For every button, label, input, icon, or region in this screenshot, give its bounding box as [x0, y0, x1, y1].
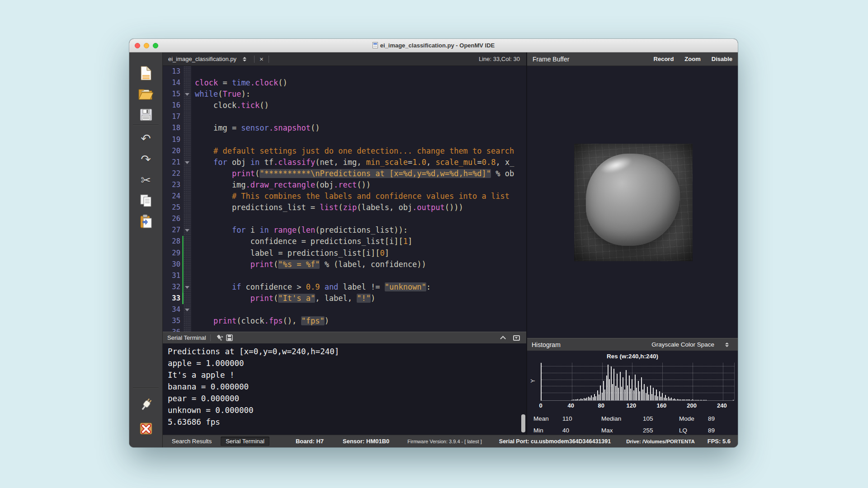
cut-icon[interactable]: ✂	[136, 171, 156, 189]
hist-bar	[695, 400, 696, 400]
hist-bar	[704, 400, 705, 400]
x-tick-label: 40	[568, 402, 574, 409]
code-line[interactable]: 27 for i in range(len(predictions_list))…	[163, 225, 526, 236]
code-line[interactable]: 35 print(clock.fps(), "fps")	[163, 315, 526, 327]
hist-bar	[682, 399, 683, 400]
hist-bar	[691, 400, 692, 400]
stat-value: 89	[708, 415, 738, 422]
code-line[interactable]: 15while(True):	[163, 89, 526, 100]
connect-icon[interactable]	[136, 396, 156, 414]
code-line[interactable]: 20 # default settings just do one detect…	[163, 145, 526, 157]
code-line[interactable]: 30 print("%s = %f" % (label, confidence)…	[163, 259, 526, 270]
code-line[interactable]: 28 confidence = predictions_list[i][1]	[163, 236, 526, 247]
code-line[interactable]: 32 if confidence > 0.9 and label != "unk…	[163, 282, 526, 293]
hist-bar	[693, 400, 694, 400]
hist-bar	[590, 398, 590, 400]
hist-bar	[609, 379, 610, 400]
code-text: label = predictions_list[i][0]	[191, 248, 526, 259]
code-line[interactable]: 24 # This combines the labels and confid…	[163, 191, 526, 202]
line-number: 17	[163, 111, 184, 122]
fold-column	[184, 315, 191, 327]
line-number: 29	[163, 248, 184, 259]
code-text: print("**********\nPredictions at [x=%d,…	[191, 168, 526, 179]
tab-close-icon[interactable]: ×	[258, 55, 265, 63]
line-number: 31	[163, 270, 184, 282]
stat-value: 40	[562, 427, 601, 434]
code-text: print("It's a", label, "!")	[191, 293, 526, 304]
serial-terminal-output[interactable]: Predictions at [x=0,y=0,w=240,h=240]appl…	[163, 343, 526, 435]
code-line[interactable]: 17	[163, 111, 526, 122]
code-line[interactable]: 21 for obj in tf.classify(net, img, min_…	[163, 157, 526, 168]
fold-arrow-icon[interactable]	[185, 286, 189, 289]
terminal-line: Predictions at [x=0,y=0,w=240,h=240]	[168, 346, 526, 357]
disconnect-icon[interactable]	[136, 419, 156, 437]
code-editor[interactable]: 1314clock = time.clock()15while(True):16…	[163, 66, 526, 332]
fold-column	[184, 293, 191, 304]
fold-column	[184, 191, 191, 202]
record-button[interactable]: Record	[654, 56, 674, 62]
code-line[interactable]: 22 print("**********\nPredictions at [x=…	[163, 168, 526, 179]
hist-bar	[679, 399, 679, 400]
v-gridline	[572, 363, 572, 400]
code-text	[191, 213, 526, 225]
paste-icon[interactable]	[136, 212, 156, 230]
hist-bar	[576, 399, 577, 400]
tab-sort-icon[interactable]	[243, 57, 246, 61]
code-line[interactable]: 18 img = sensor.snapshot()	[163, 122, 526, 134]
hist-bar	[577, 399, 578, 400]
fold-arrow-icon[interactable]	[185, 229, 189, 232]
tab-ei-image-classification[interactable]: ei_image_classification.py ×	[163, 52, 276, 66]
code-line[interactable]: 14clock = time.clock()	[163, 77, 526, 89]
python-file-icon	[373, 42, 378, 48]
code-text	[191, 111, 526, 122]
hist-bar	[633, 390, 634, 400]
hist-bar	[688, 399, 689, 400]
code-line[interactable]: 31	[163, 270, 526, 282]
line-number: 19	[163, 134, 184, 145]
code-line[interactable]: 33 print("It's a", label, "!")	[163, 293, 526, 304]
x-tick-label: 0	[539, 402, 542, 409]
line-number: 32	[163, 282, 184, 293]
code-line[interactable]: 29 label = predictions_list[i][0]	[163, 248, 526, 259]
fold-arrow-icon[interactable]	[185, 93, 189, 96]
line-number: 23	[163, 179, 184, 191]
new-file-icon[interactable]	[136, 64, 156, 82]
disable-button[interactable]: Disable	[712, 56, 732, 62]
stat-value: 89	[708, 427, 738, 434]
zoom-button[interactable]: Zoom	[684, 56, 700, 62]
code-line[interactable]: 26	[163, 213, 526, 225]
copy-icon[interactable]	[136, 192, 156, 210]
hist-bar	[629, 375, 630, 400]
open-file-icon[interactable]	[136, 85, 156, 103]
clear-terminal-icon[interactable]	[215, 333, 225, 343]
fold-arrow-icon[interactable]	[185, 309, 189, 311]
save-file-icon[interactable]	[136, 106, 156, 124]
frame-buffer-view[interactable]	[527, 66, 738, 338]
undo-icon[interactable]: ↶	[136, 129, 156, 147]
x-tick-label: 200	[687, 402, 697, 409]
hist-bar	[644, 384, 645, 400]
code-line[interactable]: 23 img.draw_rectangle(obj.rect())	[163, 179, 526, 191]
redo-icon[interactable]: ↷	[136, 150, 156, 168]
terminal-line: apple = 1.000000	[168, 357, 526, 369]
code-text: for i in range(len(predictions_list)):	[191, 225, 526, 236]
detach-terminal-icon[interactable]	[513, 335, 520, 341]
fold-column	[184, 327, 191, 332]
code-line[interactable]: 19	[163, 134, 526, 145]
hist-bar	[671, 398, 672, 400]
code-line[interactable]: 25 predictions_list = list(zip(labels, o…	[163, 202, 526, 213]
collapse-terminal-icon[interactable]	[500, 336, 506, 342]
terminal-scrollbar[interactable]	[521, 414, 525, 432]
status-tab-serial-terminal[interactable]: Serial Terminal	[221, 436, 269, 446]
editor-panel: ei_image_classification.py × Line: 33,Co…	[163, 52, 527, 435]
colorspace-select[interactable]: Grayscale Color Space	[651, 341, 733, 348]
fold-arrow-icon[interactable]	[185, 161, 189, 164]
code-line[interactable]: 36	[163, 327, 526, 332]
code-line[interactable]: 34	[163, 304, 526, 315]
save-log-icon[interactable]	[225, 333, 235, 343]
code-line[interactable]: 13	[163, 66, 526, 77]
status-tab-search-results[interactable]: Search Results	[167, 436, 217, 446]
code-line[interactable]: 16 clock.tick()	[163, 100, 526, 111]
line-number: 33	[163, 293, 184, 304]
line-number: 28	[163, 236, 184, 247]
